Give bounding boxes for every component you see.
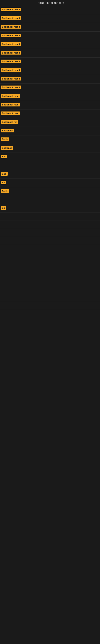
site-title: TheBottlenecker.com xyxy=(0,0,100,6)
list-item: Bott xyxy=(0,170,100,179)
bottleneck-result-badge: Bottleneck result xyxy=(1,51,21,54)
list-item xyxy=(0,229,100,237)
list-item: Bottleneck result xyxy=(0,66,100,75)
list-item xyxy=(0,221,100,229)
bottleneck-result-badge: Bottle xyxy=(1,190,9,193)
list-item: Bottleneck result xyxy=(0,6,100,14)
list-item xyxy=(0,245,100,253)
list-item xyxy=(0,253,100,261)
list-item: Bottleneck result xyxy=(0,14,100,23)
bottleneck-result-badge: Bottle xyxy=(1,138,9,141)
list-item xyxy=(0,261,100,269)
list-item xyxy=(0,301,100,310)
list-item: Bottlenec xyxy=(0,144,100,153)
list-item xyxy=(0,213,100,221)
list-item xyxy=(0,277,100,285)
bottleneck-result-badge: Bottleneck result xyxy=(1,25,21,28)
list-item: Bottleneck resu xyxy=(0,101,100,110)
vertical-bar-icon xyxy=(1,164,2,168)
list-item: Bottleneck result xyxy=(0,32,100,40)
bottleneck-result-badge: Bot xyxy=(1,155,7,158)
list-item: Bottle xyxy=(0,187,100,196)
list-item: Bottleneck res xyxy=(0,118,100,127)
list-item: Bottleneck result xyxy=(0,75,100,84)
bottleneck-result-badge: Bottleneck result xyxy=(1,60,21,63)
bottleneck-result-badge: Bottleneck resu xyxy=(1,103,20,106)
bottleneck-result-badge: Bottleneck resu xyxy=(1,94,20,98)
list-item: Bottleneck xyxy=(0,127,100,136)
list-item: Bottleneck resu xyxy=(0,110,100,118)
list-item: Bottleneck result xyxy=(0,84,100,92)
list-item: Bo xyxy=(0,204,100,213)
list-item xyxy=(0,237,100,245)
vertical-bar-icon xyxy=(1,303,2,308)
bottleneck-result-badge: Bottleneck result xyxy=(1,42,21,46)
bottleneck-result-badge: Bottleneck resu xyxy=(1,112,20,115)
bottleneck-result-badge: Bottleneck result xyxy=(1,86,21,89)
list-item: Bottleneck result xyxy=(0,58,100,66)
list-item: Bottleneck result xyxy=(0,40,100,49)
list-item xyxy=(0,196,100,204)
list-item: Bo xyxy=(0,179,100,187)
bottleneck-result-badge: Bottleneck result xyxy=(1,68,21,72)
bottleneck-result-badge: Bottleneck result xyxy=(1,77,21,80)
bottleneck-result-badge: Bott xyxy=(1,172,8,176)
bottleneck-result-badge: Bo xyxy=(1,206,6,210)
list-item: Bot xyxy=(0,153,100,162)
list-item: Bottleneck result xyxy=(0,23,100,32)
list-item xyxy=(0,285,100,293)
bottleneck-result-badge: Bo xyxy=(1,181,6,184)
bottleneck-result-badge: Bottleneck result xyxy=(1,16,21,20)
list-item: Bottle xyxy=(0,136,100,144)
bottleneck-result-badge: Bottleneck xyxy=(1,129,14,132)
list-item xyxy=(0,269,100,277)
bottleneck-result-badge: Bottleneck result xyxy=(1,34,21,37)
list-item: Bottleneck resu xyxy=(0,92,100,101)
list-item xyxy=(0,162,100,170)
bottleneck-result-badge: Bottlenec xyxy=(1,146,13,150)
list-item xyxy=(0,293,100,301)
list-item: Bottleneck result xyxy=(0,49,100,58)
bottleneck-result-badge: Bottleneck result xyxy=(1,8,21,11)
bottleneck-result-badge: Bottleneck res xyxy=(1,120,18,124)
